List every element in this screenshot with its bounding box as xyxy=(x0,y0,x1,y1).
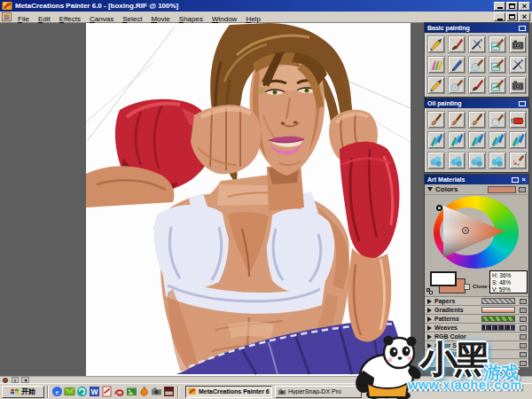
taskbar-button-metacreations[interactable]: MetaCreations Painter 6.... xyxy=(185,386,272,398)
stripe-brush-tool[interactable] xyxy=(509,131,527,149)
stripe-brush-tool[interactable] xyxy=(427,131,445,149)
close-button[interactable] xyxy=(519,2,530,11)
water-glass-tool[interactable] xyxy=(489,76,506,94)
camera-tool[interactable] xyxy=(509,76,527,94)
triangle-marker[interactable] xyxy=(462,227,469,234)
palette-close-icon[interactable]: × xyxy=(521,177,526,183)
hue-value: H: 36% xyxy=(492,272,525,279)
restore-button[interactable] xyxy=(506,2,518,11)
scratch-tool[interactable] xyxy=(509,56,527,74)
oil-brush-tool[interactable] xyxy=(427,111,445,129)
water-glass-tool[interactable] xyxy=(489,56,506,74)
water-glass-tool[interactable] xyxy=(489,35,506,53)
green-mail-icon[interactable] xyxy=(64,386,75,397)
menu-item-canvas[interactable]: Canvas xyxy=(85,15,118,23)
basic-painting-tools xyxy=(425,33,528,97)
camera-icon[interactable] xyxy=(151,386,162,397)
oil-brush-tool[interactable] xyxy=(468,111,486,129)
menu-item-movie[interactable]: Movie xyxy=(146,15,174,23)
brush-tool[interactable] xyxy=(468,76,486,94)
front-color-swatch[interactable] xyxy=(430,271,457,286)
scroll-left-icon[interactable] xyxy=(21,377,29,383)
drip-brush-tool[interactable] xyxy=(489,111,506,129)
pencil-tool[interactable] xyxy=(427,76,445,94)
panel-icon[interactable] xyxy=(520,325,527,331)
panel-icon[interactable] xyxy=(520,361,527,366)
scratch-tool[interactable] xyxy=(468,35,486,53)
doc-close-button[interactable] xyxy=(519,12,530,21)
sponge-tool[interactable] xyxy=(448,152,466,169)
taskbar-button-hypersnap-dx[interactable]: HyperSnap-DX Pro xyxy=(275,386,362,398)
doc-restore-button[interactable] xyxy=(506,12,518,21)
section-patterns[interactable]: Patterns xyxy=(425,314,528,323)
menu-item-effects[interactable]: Effects xyxy=(55,15,85,23)
minimize-button[interactable] xyxy=(494,2,505,11)
hsv-readout: H: 36% S: 48% V: 59% xyxy=(489,270,528,293)
painting-canvas[interactable] xyxy=(86,23,411,376)
stripe-brush-icon xyxy=(449,132,465,148)
info-icon[interactable] xyxy=(12,377,19,383)
section-papers[interactable]: Papers xyxy=(425,296,528,305)
menu-item-file[interactable]: File xyxy=(13,15,34,23)
stripe-brush-icon xyxy=(489,132,505,148)
green-photo-icon[interactable] xyxy=(126,386,137,397)
section-weaves[interactable]: Weaves xyxy=(425,323,528,332)
menu-item-select[interactable]: Select xyxy=(118,15,146,23)
start-button[interactable]: 开始 xyxy=(2,386,44,398)
water-glass-icon xyxy=(489,57,505,73)
swap-colors-icon[interactable] xyxy=(426,288,434,295)
red-swirl-icon[interactable] xyxy=(113,386,125,397)
menu-item-edit[interactable]: Edit xyxy=(34,15,55,23)
teal-swirl-icon[interactable] xyxy=(76,386,88,397)
blue-e-icon[interactable]: e xyxy=(51,386,63,397)
basic-painting-titlebar[interactable]: Basic painting xyxy=(425,23,528,33)
drip-tool[interactable] xyxy=(468,56,486,74)
brush-tool[interactable] xyxy=(448,35,466,53)
crayons-tool[interactable] xyxy=(427,56,445,74)
stripe-brush-tool[interactable] xyxy=(468,131,486,149)
dark-media-icon[interactable] xyxy=(163,386,175,397)
palette-window-icon[interactable] xyxy=(519,101,526,106)
scratch-icon xyxy=(510,57,526,73)
doc-minimize-button[interactable] xyxy=(494,12,505,21)
hue-marker[interactable] xyxy=(436,205,442,211)
clone-color-checkbox[interactable] xyxy=(464,284,470,290)
camera-tool[interactable] xyxy=(509,35,527,53)
panel-icon[interactable] xyxy=(520,317,527,322)
panel-icon[interactable] xyxy=(520,343,527,348)
panel-icon[interactable] xyxy=(520,299,527,304)
menu-item-shapes[interactable]: Shapes xyxy=(175,15,207,23)
panel-icon[interactable] xyxy=(520,352,527,357)
sponge-tool[interactable] xyxy=(427,152,445,169)
red-doc-icon[interactable] xyxy=(101,386,113,397)
orange-flame-icon[interactable] xyxy=(138,386,150,397)
sponge-tool[interactable] xyxy=(489,152,506,169)
paint-tube-tool[interactable] xyxy=(509,111,527,129)
stripe-brush-tool[interactable] xyxy=(489,131,506,149)
pencil-tool[interactable] xyxy=(427,35,445,53)
stripe-brush-tool[interactable] xyxy=(448,131,466,149)
sponge-icon xyxy=(449,153,465,168)
oil-brush-tool[interactable] xyxy=(448,111,466,129)
section-gradients[interactable]: Gradients xyxy=(425,305,528,314)
word-icon[interactable]: W xyxy=(89,386,100,397)
panel-icon[interactable] xyxy=(519,187,526,192)
sponge-tool[interactable] xyxy=(468,152,486,169)
splatter-tool[interactable] xyxy=(509,152,527,169)
art-materials-titlebar[interactable]: Art Materials × xyxy=(425,175,528,184)
palette-window-icon[interactable] xyxy=(512,177,519,183)
task-label: MetaCreations Painter 6.... xyxy=(199,388,270,395)
task-buttons: MetaCreations Painter 6....HyperSnap-DX … xyxy=(185,386,362,398)
splatter-icon xyxy=(510,153,526,168)
oil-painting-titlebar[interactable]: Oil painting xyxy=(425,98,528,108)
panel-icon[interactable] xyxy=(520,308,527,313)
drip-tool[interactable] xyxy=(448,76,466,94)
colors-section-header[interactable]: Colors xyxy=(425,184,528,195)
palette-window-icon[interactable] xyxy=(519,26,526,31)
color-dot-icon[interactable] xyxy=(3,378,8,383)
panel-icon[interactable] xyxy=(520,334,527,340)
menu-item-window[interactable]: Window xyxy=(207,15,241,23)
pen-tool[interactable] xyxy=(448,56,466,74)
saturation-value-triangle[interactable] xyxy=(442,205,506,258)
menu-item-help[interactable]: Help xyxy=(241,15,264,23)
